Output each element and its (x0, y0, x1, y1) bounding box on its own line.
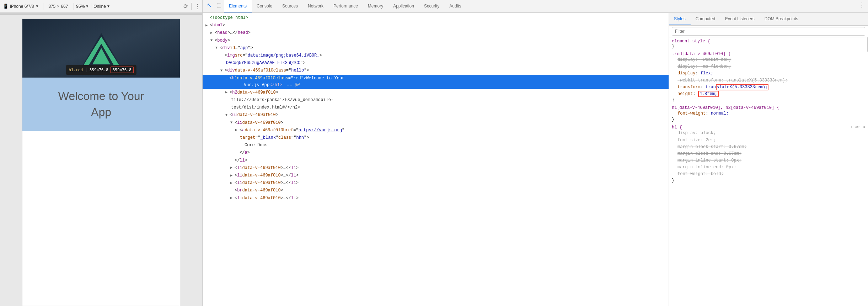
tree-html-line[interactable]: ▶ <html> (203, 22, 669, 29)
vue-app-preview: h1.red │ 359×76.8 359×76.8 (22, 19, 180, 306)
styles-tab-styles-label: Styles (674, 16, 686, 21)
toolbar-divider3 (91, 3, 91, 10)
tree-img-line[interactable]: <img src="data:image/png;base64,iVBOR… > (203, 52, 669, 59)
tree-div-app-line[interactable]: ▼ <div id="app" > (203, 44, 669, 52)
inspect-tool-button[interactable]: ⬚ (214, 0, 224, 10)
styles-tab-computed-label: Computed (696, 16, 715, 21)
css-decl-h1-margin-inline-start: margin-inline-start: 0px; (672, 157, 865, 164)
css-decl-h1-display: display: block; (672, 130, 865, 137)
tree-li3-line[interactable]: ▶ <li data-v-469af010> … </li> (203, 172, 669, 179)
welcome-line2: App (91, 106, 111, 118)
tree-arrow[interactable]: ▼ (210, 38, 214, 43)
tree-arrow[interactable]: ▶ (225, 90, 229, 95)
css-decl-h1-margin-inline-end: margin-inline-end: 0px; (672, 164, 865, 171)
tooltip-dims-highlighted: 359×76.8 (111, 67, 134, 73)
tree-img-line2: DACog5YM65zugAAAAAElFTkSuQmCC"> (203, 59, 669, 67)
device-width[interactable]: 375 (45, 4, 55, 9)
css-selector-h1-row: h1 { user a (672, 125, 865, 130)
network-select[interactable]: Online ▼ (93, 4, 110, 9)
device-height[interactable]: 667 (61, 4, 71, 9)
tab-console[interactable]: Console (252, 0, 277, 12)
html-tree-panel[interactable]: <!doctype html> ▶ <html> ▶ <head> … (203, 13, 669, 306)
tab-memory[interactable]: Memory (363, 0, 388, 12)
tree-li-line[interactable]: ▼ <li data-v-469af010> (203, 119, 669, 127)
tree-h2-line[interactable]: ▶ <h2 data-v-469af010> (203, 89, 669, 96)
styles-tab-dom-breakpoints-label: DOM Breakpoints (765, 16, 798, 21)
tree-arrow[interactable]: ▼ (215, 45, 219, 51)
device-dropdown-icon[interactable]: ▼ (35, 4, 39, 8)
tree-dots: … (225, 75, 228, 82)
tree-arrow[interactable]: ▶ (230, 165, 234, 171)
tree-li2-line[interactable]: ▶ <li data-v-469af010> … </li> (203, 164, 669, 172)
tree-arrow[interactable]: ▶ (205, 23, 209, 28)
h1-text2-wrap: Vue.js App</h1> == $0 (231, 82, 666, 89)
css-rule-h1-h2: h1[data-v-469af010], h2[data-v-469af010]… (672, 105, 865, 122)
tab-audits[interactable]: Audits (444, 0, 466, 12)
h1-attr-class: class (275, 75, 288, 82)
h1-open-bracket: < (229, 75, 232, 82)
preview-area: h1.red │ 359×76.8 359×76.8 (0, 15, 202, 306)
tab-memory-label: Memory (368, 4, 383, 9)
tree-br-line: <br data-v-469af010> (203, 187, 669, 194)
cursor-tool-button[interactable]: ↖ (204, 0, 214, 10)
tree-div-hello-line[interactable]: ▼ <div data-v-469af010 class="hello" > (203, 67, 669, 74)
styles-tab-event-listeners[interactable]: Event Listeners (720, 13, 760, 25)
css-decl-h1-font-size: font-size: 2em; (672, 137, 865, 144)
styles-tab-dom-breakpoints[interactable]: DOM Breakpoints (760, 13, 803, 25)
h1-attr-datav: data-v-469af010 (237, 75, 275, 82)
device-select[interactable]: 📱 iPhone 6/7/8 ▼ (0, 4, 42, 9)
tree-h1-line[interactable]: … <h1 data-v-469af010 class="red" >Welco… (203, 75, 669, 89)
tree-li5-line[interactable]: ▶ <li data-v-469af010> … </li> (203, 195, 669, 202)
tree-arrow[interactable]: ▶ (230, 173, 234, 179)
css-close-element-style: } (672, 44, 865, 49)
tab-security[interactable]: Security (419, 0, 444, 12)
tree-li4-line[interactable]: ▶ <li data-v-469af010> … </li> (203, 179, 669, 187)
tree-a-close-line: </a> (203, 149, 669, 157)
css-decl-transform: transform: translateX(5.333333rem); (672, 84, 865, 91)
dom-marker: == $0 (287, 83, 300, 88)
tree-doctype-line: <!doctype html> (203, 14, 669, 22)
styles-filter-container (669, 26, 868, 37)
tree-head-line[interactable]: ▶ <head> … </head> (203, 29, 669, 37)
styles-tab-computed[interactable]: Computed (691, 13, 720, 25)
tree-arrow[interactable]: ▼ (225, 112, 229, 118)
tab-application-label: Application (393, 4, 414, 9)
tab-sources[interactable]: Sources (277, 0, 303, 12)
styles-panel: Styles Computed Event Listeners DOM Brea… (669, 13, 868, 306)
more-options-button[interactable]: ⋮ (192, 1, 202, 11)
tree-arrow[interactable]: ▼ (230, 120, 234, 126)
tab-elements[interactable]: Elements (224, 0, 252, 12)
tooltip-dims-wrapper: 359×76.8 (90, 68, 108, 72)
tree-ul-line[interactable]: ▼ <ul data-v-469af010> (203, 111, 669, 119)
css-rule-red: .red[data-v-469af010] { display: -webkit… (672, 52, 865, 102)
tag-name: html (212, 22, 223, 29)
tab-network[interactable]: Network (303, 0, 328, 12)
tree-arrow[interactable]: ▶ (230, 180, 234, 186)
styles-content[interactable]: element.style { } .red[data-v-469af010] … (669, 37, 868, 306)
tree-arrow[interactable]: ▼ (220, 68, 224, 74)
tree-a-line[interactable]: ▶ <a data-v-469af010 href="https://vuejs… (203, 127, 669, 134)
css-decl-display-ms-flexbox: display: -ms-flexbox; (672, 63, 865, 70)
tab-performance[interactable]: Performance (328, 0, 363, 12)
zoom-select[interactable]: 95% ▼ (76, 4, 89, 9)
styles-filter-input[interactable] (672, 27, 865, 36)
transform-partial-highlight: slateX(5.333333rem); (716, 84, 768, 90)
tag-open-bracket: < (210, 22, 212, 29)
tree-arrow[interactable]: ▶ (210, 30, 214, 36)
css-decl-h1-font-weight-bold: font-weight: bold; (672, 171, 865, 178)
css-selector-h1-h2: h1[data-v-469af010], h2[data-v-469af010]… (672, 105, 865, 110)
tree-arrow[interactable]: ▶ (230, 195, 234, 201)
css-selector-red: .red[data-v-469af010] { (672, 52, 865, 57)
doctype-text: <!doctype html> (210, 15, 248, 21)
rotate-button[interactable]: ⟳ (181, 1, 191, 11)
device-toolbar: 📱 iPhone 6/7/8 ▼ 375 × 667 95% ▼ (0, 0, 202, 13)
css-decl-h1-margin-block-start: margin-block-start: 0.67em; (672, 144, 865, 151)
tree-h2-url-line2: test/dist/index.html#/</h2> (203, 104, 669, 111)
tree-body-line[interactable]: ▼ <body> (203, 37, 669, 44)
devtools-kebab-button[interactable]: ⋮ (857, 0, 867, 10)
tree-arrow[interactable]: ▶ (235, 127, 239, 133)
styles-tab-styles[interactable]: Styles (669, 13, 691, 25)
device-name: iPhone 6/7/8 (10, 4, 34, 9)
css-rule-h1: h1 { user a display: block; font-size: 2… (672, 125, 865, 183)
tab-application[interactable]: Application (388, 0, 419, 12)
